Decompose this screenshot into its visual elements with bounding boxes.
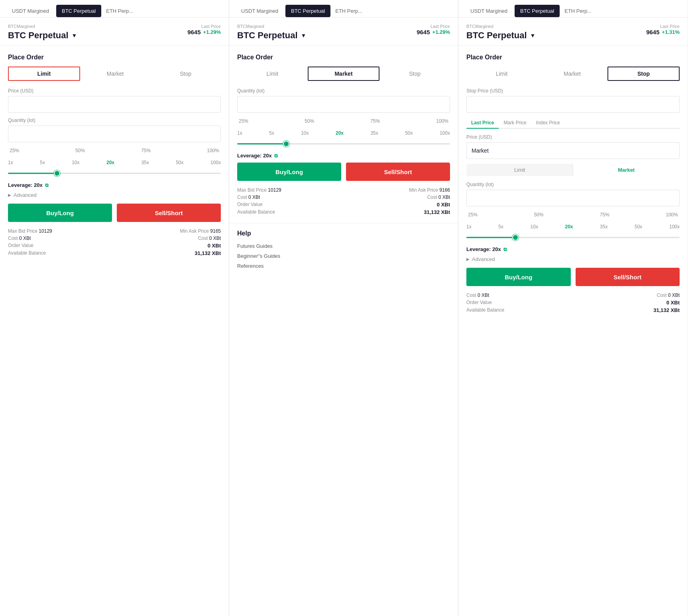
header-dropdown-icon-3[interactable]: ▼ <box>530 32 536 39</box>
tab-stop-2[interactable]: Stop <box>379 67 450 80</box>
lev-20x-3[interactable]: 20x <box>565 224 573 230</box>
panels-container: USDT Margined BTC Perpetual ETH Perp... … <box>0 0 688 616</box>
leverage-edit-icon-3[interactable]: ⧉ <box>503 247 507 252</box>
header-title-3: BTC Perpetual <box>466 30 527 41</box>
top-nav-3: USDT Margined BTC Perpetual ETH Perp... <box>458 0 688 18</box>
pct-25-2[interactable]: 25% <box>237 118 250 125</box>
lev-50x-1[interactable]: 50x <box>176 160 183 165</box>
price-input-1[interactable] <box>8 96 221 113</box>
nav-btc-perpetual-2[interactable]: BTC Perpetual <box>285 5 330 17</box>
tab-limit-2[interactable]: Limit <box>237 67 308 80</box>
pct-75-1[interactable]: 75% <box>140 147 152 154</box>
pct-75-2[interactable]: 75% <box>369 118 381 125</box>
lev-10x-3[interactable]: 10x <box>531 224 538 230</box>
tab-stop-3[interactable]: Stop <box>607 67 680 81</box>
leverage-slider-3[interactable] <box>466 233 680 242</box>
price-type-mark-3[interactable]: Mark Price <box>499 118 531 129</box>
tab-limit-1[interactable]: Limit <box>8 67 80 81</box>
leverage-options-3: 1x 5x 10x 20x 35x 50x 100x <box>466 224 680 230</box>
order-type-tabs-2: Limit Market Stop <box>237 67 450 81</box>
nav-btc-perpetual-3[interactable]: BTC Perpetual <box>515 5 560 17</box>
help-link-futures-2[interactable]: Futures Guides <box>237 241 450 251</box>
sell-short-btn-1[interactable]: Sell/Short <box>117 204 221 222</box>
pct-100-3[interactable]: 100% <box>664 211 680 218</box>
pct-100-1[interactable]: 100% <box>205 147 221 154</box>
header-dropdown-icon-1[interactable]: ▼ <box>72 32 77 39</box>
leverage-edit-icon-2[interactable]: ⧉ <box>274 153 278 159</box>
leverage-edit-icon-1[interactable]: ⧉ <box>45 182 49 188</box>
tab-market-1[interactable]: Market <box>80 67 151 80</box>
lev-50x-3[interactable]: 50x <box>635 224 642 230</box>
help-title-2: Help <box>237 230 450 237</box>
price-type-last-3[interactable]: Last Price <box>466 118 499 129</box>
advanced-label-1: Advanced <box>14 192 37 198</box>
qty-input-2[interactable] <box>237 96 450 113</box>
pct-50-3[interactable]: 50% <box>532 211 545 218</box>
pct-75-3[interactable]: 75% <box>598 211 611 218</box>
price-type-index-3[interactable]: Index Price <box>531 118 565 129</box>
sell-short-btn-3[interactable]: Sell/Short <box>576 268 680 286</box>
tab-stop-1[interactable]: Stop <box>150 67 221 80</box>
lev-1x-3[interactable]: 1x <box>466 224 472 230</box>
tab-market-3[interactable]: Market <box>537 67 607 80</box>
stats-cost-row-1: Cost 0 XBt Cost 0 XBt <box>8 235 221 241</box>
pct-50-1[interactable]: 50% <box>74 147 86 154</box>
nav-btc-perpetual-1[interactable]: BTC Perpetual <box>56 5 101 17</box>
lev-20x-2[interactable]: 20x <box>336 130 344 136</box>
price-usd-input-3[interactable] <box>466 142 680 159</box>
slider-thumb-3[interactable] <box>512 234 519 241</box>
advanced-toggle-3[interactable]: ▶ Advanced <box>466 256 680 262</box>
nav-eth-perp-1[interactable]: ETH Perp... <box>103 5 136 17</box>
buy-long-btn-3[interactable]: Buy/Long <box>466 268 571 286</box>
buy-long-btn-1[interactable]: Buy/Long <box>8 204 112 222</box>
leverage-slider-2[interactable] <box>237 139 450 149</box>
top-nav-2: USDT Margined BTC Perpetual ETH Perp... <box>229 0 458 18</box>
action-buttons-1: Buy/Long Sell/Short <box>8 204 221 222</box>
stats-cost-buy-val-3: 0 XBt <box>478 292 489 298</box>
lev-5x-3[interactable]: 5x <box>498 224 503 230</box>
sell-short-btn-2[interactable]: Sell/Short <box>346 163 450 181</box>
tab-limit-3[interactable]: Limit <box>466 67 537 80</box>
lev-10x-1[interactable]: 10x <box>72 160 79 165</box>
lev-50x-2[interactable]: 50x <box>405 130 413 136</box>
leverage-slider-1[interactable] <box>8 169 221 178</box>
lev-1x-2[interactable]: 1x <box>237 130 242 136</box>
pct-100-2[interactable]: 100% <box>434 118 450 125</box>
lev-35x-1[interactable]: 35x <box>141 160 149 165</box>
qty-input-1[interactable] <box>8 126 221 142</box>
lev-35x-2[interactable]: 35x <box>370 130 378 136</box>
tab-market-2[interactable]: Market <box>308 67 380 81</box>
sub-tabs-3: Limit Market <box>466 164 680 176</box>
advanced-toggle-1[interactable]: ▶ Advanced <box>8 192 221 198</box>
help-link-references-2[interactable]: References <box>237 261 450 271</box>
lev-1x-1[interactable]: 1x <box>8 160 13 165</box>
pct-25-3[interactable]: 25% <box>466 211 479 218</box>
nav-usdt-margined-2[interactable]: USDT Margined <box>236 5 284 17</box>
lev-35x-3[interactable]: 35x <box>600 224 607 230</box>
header-dropdown-icon-2[interactable]: ▼ <box>301 32 307 39</box>
pct-50-2[interactable]: 50% <box>303 118 316 125</box>
sub-tab-market-3[interactable]: Market <box>573 164 680 176</box>
nav-eth-perp-2[interactable]: ETH Perp... <box>332 5 366 17</box>
nav-usdt-margined-3[interactable]: USDT Margined <box>465 5 513 17</box>
lev-100x-3[interactable]: 100x <box>669 224 680 230</box>
leverage-label-2: Leverage: 20x ⧉ <box>237 153 450 159</box>
pct-25-1[interactable]: 25% <box>8 147 21 154</box>
slider-thumb-2[interactable] <box>283 141 289 147</box>
stats-cost-row-3: Cost 0 XBt Cost 0 XBt <box>466 292 680 298</box>
lev-100x-1[interactable]: 100x <box>210 160 221 165</box>
slider-thumb-1[interactable] <box>54 170 60 177</box>
price-label-2: Last Price <box>430 24 450 29</box>
lev-20x-1[interactable]: 20x <box>106 160 114 165</box>
stop-price-input-3[interactable] <box>466 96 680 113</box>
lev-5x-1[interactable]: 5x <box>40 160 45 165</box>
help-link-beginners-2[interactable]: Beginner"s Guides <box>237 251 450 261</box>
lev-100x-2[interactable]: 100x <box>440 130 450 136</box>
sub-tab-limit-3[interactable]: Limit <box>466 164 573 176</box>
lev-10x-2[interactable]: 10x <box>301 130 309 136</box>
lev-5x-2[interactable]: 5x <box>269 130 274 136</box>
buy-long-btn-2[interactable]: Buy/Long <box>237 163 341 181</box>
nav-eth-perp-3[interactable]: ETH Perp... <box>561 5 595 17</box>
qty-input-3[interactable] <box>466 190 680 206</box>
nav-usdt-margined-1[interactable]: USDT Margined <box>6 5 55 17</box>
